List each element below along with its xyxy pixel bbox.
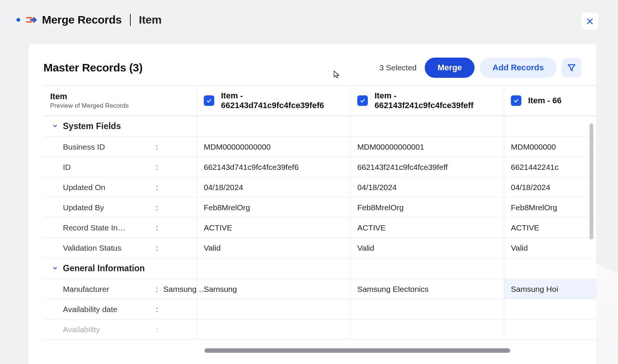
field-value[interactable]: 662143d741c9fc4fce39fef6 [197,157,351,177]
column-label: Item - 662143f241c9fc4fce39feff [375,91,497,110]
filter-button[interactable] [562,58,581,77]
merge-arrow-icon [25,16,37,24]
column-checkbox[interactable] [511,95,521,106]
page-title-main: Merge Records [42,13,122,26]
field-value[interactable] [197,299,351,319]
field-value[interactable]: ACTIVE [197,218,351,238]
empty-cell [351,258,504,279]
field-label: Validation Status: [43,238,197,258]
field-value[interactable] [504,299,596,319]
status-dot-icon [16,18,20,22]
field-value[interactable]: MDM00000000001 [351,137,504,157]
field-label: Availability date: [43,299,197,319]
field-value[interactable] [351,299,504,319]
field-value[interactable]: Feb8MrelOrg [504,198,596,218]
close-icon [586,17,594,25]
field-value[interactable] [351,319,504,340]
field-label: Business ID: [43,137,197,157]
field-value[interactable]: Valid [197,238,351,258]
field-label: Record State In…: [43,218,197,238]
empty-cell [504,258,596,279]
filter-icon [567,63,576,72]
field-label: Updated By: [43,198,197,218]
add-records-button[interactable]: Add Records [480,58,557,78]
close-button[interactable] [581,13,599,30]
grid-wrap: Item Preview of Merged Records Item - 66… [43,85,596,364]
column-label: Item - 662143d741c9fc4fce39fef6 [221,91,343,110]
title-separator [130,14,131,26]
empty-cell [504,116,596,137]
titlebar: Merge Records Item [0,0,618,33]
field-label: Updated On: [43,177,197,198]
field-value[interactable]: 04/18/2024 [504,177,596,198]
chevron-down-icon [52,263,58,273]
row-header-cell: Item Preview of Merged Records [43,86,197,116]
column-header-0[interactable]: Item - 662143d741c9fc4fce39fef6 [197,86,351,116]
field-value[interactable]: 04/18/2024 [197,177,351,198]
horizontal-scrollbar[interactable] [205,348,510,353]
merge-button[interactable]: Merge [425,58,475,78]
empty-cell [351,116,504,137]
field-label: Availability: [43,319,197,340]
field-value[interactable]: Samsung Electonics [351,279,504,299]
field-value[interactable]: MDM000000 [504,137,596,157]
field-value[interactable]: ACTIVE [504,218,596,238]
field-label: Manufacturer:Samsung Hom… [43,279,197,299]
vertical-scrollbar[interactable] [590,123,593,239]
field-label: ID: [43,157,197,177]
field-value[interactable]: ACTIVE [351,218,504,238]
column-label: Item - 66 [528,96,561,105]
section-header-general-information[interactable]: General Information [43,258,197,279]
field-value[interactable]: Feb8MrelOrg [351,198,504,218]
column-checkbox[interactable] [204,95,214,106]
field-value[interactable]: Valid [351,238,504,258]
field-value[interactable]: Feb8MrelOrg [197,198,351,218]
column-header-1[interactable]: Item - 662143f241c9fc4fce39feff [351,86,504,116]
merge-grid: Item Preview of Merged Records Item - 66… [43,85,596,340]
field-value[interactable]: MDM00000000000 [197,137,351,157]
row-header-title: Item [50,92,67,101]
field-value[interactable]: 6621442241c [504,157,596,177]
column-header-2[interactable]: Item - 66 [504,86,596,116]
field-value[interactable]: 662143f241c9fc4fce39feff [351,157,504,177]
field-value[interactable]: Valid [504,238,596,258]
field-value[interactable] [197,319,351,340]
page-title-sub: Item [139,13,162,26]
selected-count: 3 Selected [379,63,416,72]
field-value[interactable]: Samsung [197,279,351,299]
field-value[interactable]: Samsung Hoi [504,279,596,299]
panel-title: Master Records (3) [43,61,374,74]
empty-cell [197,116,351,137]
section-header-system-fields[interactable]: System Fields [43,116,197,137]
panel-header: Master Records (3) 3 Selected Merge Add … [28,44,596,86]
column-checkbox[interactable] [357,95,368,106]
panel: Master Records (3) 3 Selected Merge Add … [28,44,596,364]
field-value[interactable] [504,319,596,340]
field-value[interactable]: 04/18/2024 [351,177,504,198]
row-header-subtitle: Preview of Merged Records [50,102,129,110]
empty-cell [197,258,351,279]
chevron-down-icon [52,121,58,131]
